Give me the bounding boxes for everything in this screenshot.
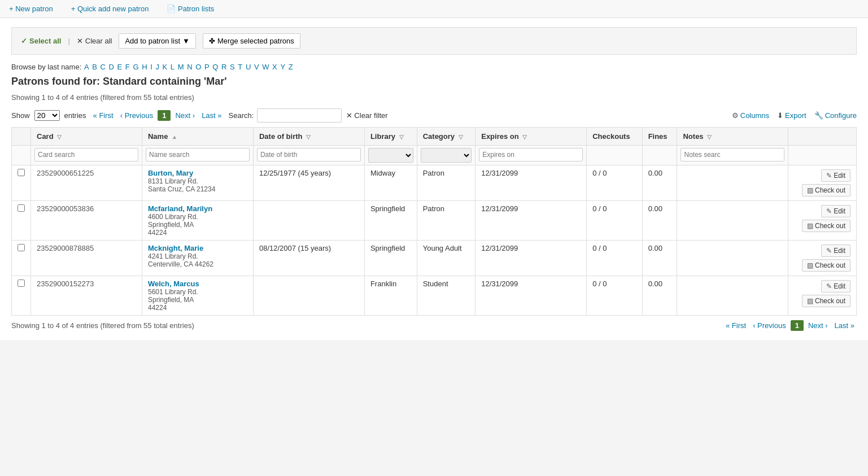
sort-icon-library: ▽ — [399, 134, 404, 140]
last-page-link[interactable]: Last » — [199, 110, 224, 121]
th-library[interactable]: Library ▽ — [364, 128, 417, 146]
browse-letter-U[interactable]: U — [246, 63, 251, 71]
row-library-0: Midway — [364, 165, 417, 201]
th-name[interactable]: Name ▲ — [142, 128, 253, 146]
browse-letter-C[interactable]: C — [101, 63, 106, 71]
quick-add-patron-link[interactable]: + Quick add new patron — [71, 5, 149, 13]
filter-category-col — [417, 146, 476, 165]
browse-letter-B[interactable]: B — [92, 63, 97, 71]
table-filter-row — [12, 146, 857, 165]
expires-search-input[interactable] — [479, 148, 583, 161]
browse-letter-Y[interactable]: Y — [280, 63, 285, 71]
category-filter-select[interactable] — [421, 148, 472, 163]
browse-letter-X[interactable]: X — [272, 63, 277, 71]
bottom-controls: Showing 1 to 4 of 4 entries (filtered fr… — [11, 320, 857, 331]
browse-letter-P[interactable]: P — [204, 63, 210, 71]
browse-letter-E[interactable]: E — [117, 63, 123, 71]
browse-letter-K[interactable]: K — [163, 63, 168, 71]
merge-icon: ✤ — [209, 37, 215, 45]
checkout-button-3[interactable]: ▨ Check out — [802, 295, 850, 307]
notes-search-input[interactable] — [681, 148, 784, 161]
patron-name-link-0[interactable]: Burton, Mary — [148, 169, 193, 177]
row-checkouts-1: 0 / 0 — [587, 201, 642, 241]
browse-letter-W[interactable]: W — [262, 63, 269, 71]
checkout-button-0[interactable]: ▨ Check out — [802, 184, 850, 196]
next-page-link[interactable]: Next › — [173, 110, 197, 121]
browse-letter-F[interactable]: F — [125, 63, 130, 71]
row-category-0: Patron — [417, 165, 476, 201]
browse-letter-Q[interactable]: Q — [212, 63, 218, 71]
configure-tool-link[interactable]: 🔧 Configure — [814, 111, 857, 120]
th-category[interactable]: Category ▽ — [417, 128, 476, 146]
new-patron-link[interactable]: + New patron — [9, 5, 53, 13]
browse-letter-H[interactable]: H — [142, 63, 147, 71]
previous-page-link[interactable]: ‹ Previous — [118, 110, 156, 121]
x-icon: ✕ — [77, 37, 83, 45]
th-dob[interactable]: Date of birth ▽ — [253, 128, 364, 146]
dob-search-input[interactable] — [257, 148, 361, 161]
browse-letter-L[interactable]: L — [171, 63, 175, 71]
patron-name-link-2[interactable]: Mcknight, Marie — [148, 244, 203, 252]
row-checkbox-2[interactable] — [18, 244, 25, 251]
edit-button-2[interactable]: ✎ Edit — [821, 244, 850, 257]
row-checkbox-0[interactable] — [18, 169, 25, 176]
browse-letter-V[interactable]: V — [254, 63, 259, 71]
show-entries-select[interactable]: 20 50 100 — [34, 110, 60, 121]
browse-letter-J[interactable]: J — [155, 63, 159, 71]
bottom-first-page-link[interactable]: « First — [723, 320, 748, 331]
th-card[interactable]: Card ▽ — [31, 128, 142, 146]
patron-name-link-3[interactable]: Welch, Marcus — [148, 280, 199, 288]
th-notes[interactable]: Notes ▽ — [677, 128, 788, 146]
browse-letter-I[interactable]: I — [150, 63, 152, 71]
browse-letter-T[interactable]: T — [238, 63, 242, 71]
th-fines[interactable]: Fines — [642, 128, 677, 146]
bottom-last-page-link[interactable]: Last » — [832, 320, 857, 331]
browse-letter-R[interactable]: R — [221, 63, 226, 71]
search-input[interactable] — [257, 108, 342, 123]
browse-letter-N[interactable]: N — [187, 63, 192, 71]
edit-button-3[interactable]: ✎ Edit — [821, 280, 850, 292]
browse-letter-A[interactable]: A — [84, 63, 89, 71]
export-tool-link[interactable]: ⬇ Export — [777, 111, 806, 120]
browse-letter-M[interactable]: M — [178, 63, 184, 71]
browse-letter-Z[interactable]: Z — [289, 63, 293, 71]
merge-selected-patrons-button[interactable]: ✤ Merge selected patrons — [203, 33, 300, 49]
row-dob-1 — [253, 201, 364, 241]
browse-letter-G[interactable]: G — [133, 63, 138, 71]
card-search-input[interactable] — [34, 148, 138, 161]
row-checkbox-3[interactable] — [18, 280, 25, 287]
filter-fines-col — [642, 146, 677, 165]
th-expires[interactable]: Expires on ▽ — [476, 128, 587, 146]
clear-filter-x-icon: ✕ — [346, 111, 352, 120]
th-checkouts[interactable]: Checkouts — [587, 128, 642, 146]
current-page-badge: 1 — [158, 110, 171, 121]
clear-all-button[interactable]: ✕ Clear all — [77, 37, 112, 45]
edit-button-1[interactable]: ✎ Edit — [821, 205, 850, 217]
add-to-patron-list-button[interactable]: Add to patron list ▼ — [119, 33, 195, 49]
patron-name-link-1[interactable]: Mcfarland, Marilyn — [148, 204, 212, 213]
first-page-link[interactable]: « First — [91, 110, 116, 121]
checkout-button-1[interactable]: ▨ Check out — [802, 220, 850, 232]
patron-address-0: 8131 Library Rd. Santa Cruz, CA 21234 — [148, 177, 247, 193]
table-row: 23529000053836Mcfarland, Marilyn4600 Lib… — [12, 201, 857, 241]
library-filter-select[interactable] — [368, 148, 413, 163]
edit-button-0[interactable]: ✎ Edit — [821, 169, 850, 182]
columns-tool-link[interactable]: ⚙ Columns — [732, 111, 769, 120]
table-row: 23529000878885Mcknight, Marie4241 Librar… — [12, 241, 857, 276]
name-search-input[interactable] — [146, 148, 250, 161]
bottom-next-page-link[interactable]: Next › — [806, 320, 830, 331]
select-all-button[interactable]: ✓ Select all — [21, 37, 61, 45]
clear-filter-button[interactable]: ✕ Clear filter — [346, 111, 387, 120]
browse-letter-O[interactable]: O — [195, 63, 201, 71]
browse-letter-S[interactable]: S — [230, 63, 235, 71]
row-checkbox-1[interactable] — [18, 204, 25, 212]
patrons-table: Card ▽ Name ▲ Date of birth ▽ Library ▽ … — [11, 127, 857, 316]
checkout-button-2[interactable]: ▨ Check out — [802, 259, 850, 272]
bottom-previous-page-link[interactable]: ‹ Previous — [751, 320, 788, 331]
patrons-found-title: Patrons found for: Standard containing '… — [11, 76, 857, 88]
row-notes-3 — [677, 276, 788, 316]
table-controls-left: Show 20 50 100 entries « First ‹ Previou… — [11, 108, 388, 123]
browse-letter-D[interactable]: D — [109, 63, 114, 71]
row-name-0: Burton, Mary8131 Library Rd. Santa Cruz,… — [142, 165, 253, 201]
patron-lists-link[interactable]: 📄 Patron lists — [167, 5, 214, 13]
